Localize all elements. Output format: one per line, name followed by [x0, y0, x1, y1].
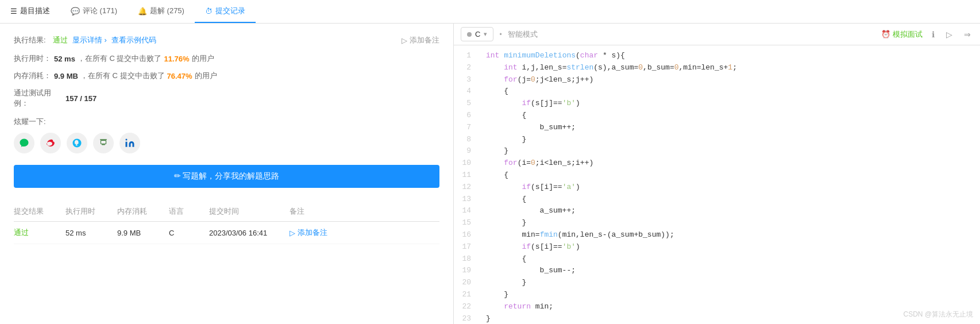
col-header-lang: 语言 — [169, 206, 209, 217]
submissions-icon: ⏱ — [205, 7, 213, 16]
col-header-memory: 内存消耗 — [117, 206, 169, 217]
main-content: 执行结果: 通过 显示详情 › 查看示例代码 ▷ 添加备注 执行用时： 52 m… — [0, 24, 980, 324]
toolbar-right: ⏰ 模拟面试 ℹ ▷ ⇒ — [881, 29, 973, 40]
row-result[interactable]: 通过 — [14, 227, 65, 238]
memory-value: 9.9 MB — [54, 72, 78, 80]
lang-dot — [467, 32, 472, 37]
add-note-icon-row: ▷ — [290, 229, 295, 237]
test-cases-value: 157 / 157 — [65, 94, 97, 103]
code-content: int minimumDeletions(char * s){ int i,j,… — [477, 45, 980, 324]
memory-percent: 76.47% — [167, 72, 192, 80]
memory-row: 内存消耗： 9.9 MB ，在所有 C 提交中击败了 76.47% 的用户 — [14, 71, 439, 81]
svg-point-3 — [126, 139, 128, 141]
language-label: C — [475, 30, 480, 38]
left-panel: 执行结果: 通过 显示详情 › 查看示例代码 ▷ 添加备注 执行用时： 52 m… — [0, 24, 454, 324]
exec-time-desc-suffix: 的用户 — [192, 53, 214, 64]
alarm-icon: ⏰ — [881, 30, 890, 38]
result-row: 执行结果: 通过 显示详情 › 查看示例代码 ▷ 添加备注 — [14, 35, 439, 45]
chevron-down-icon: ▾ — [484, 30, 487, 38]
separator: • — [499, 30, 501, 38]
tab-solutions[interactable]: 🔔 题解 (275) — [128, 0, 195, 23]
exec-time-value: 52 ms — [54, 55, 75, 63]
qq-icon[interactable] — [67, 133, 87, 153]
svg-rect-0 — [100, 139, 107, 140]
col-header-result: 提交结果 — [14, 206, 65, 217]
comments-icon: 💬 — [71, 7, 80, 16]
row-note[interactable]: ▷ 添加备注 — [290, 227, 439, 238]
line-numbers: 1234567891011121314151617181920212223 — [454, 45, 477, 324]
douban-icon[interactable] — [93, 133, 114, 153]
add-note-icon: ▷ — [402, 36, 407, 45]
exec-time-desc-prefix: ，在所有 C 提交中击败了 — [78, 53, 162, 64]
col-header-note: 备注 — [290, 206, 439, 217]
memory-desc-suffix: 的用户 — [195, 71, 217, 81]
linkedin-icon[interactable] — [119, 133, 140, 153]
svg-rect-2 — [102, 144, 105, 145]
result-label: 执行结果: — [14, 35, 48, 45]
test-cases-row: 通过测试用例： 157 / 157 — [14, 88, 439, 109]
tab-submissions[interactable]: ⏱ 提交记录 — [195, 0, 256, 23]
code-area[interactable]: 1234567891011121314151617181920212223 in… — [454, 45, 980, 324]
solutions-icon: 🔔 — [138, 7, 147, 16]
tab-comments[interactable]: 💬 评论 (171) — [60, 0, 128, 23]
exec-time-percent: 11.76% — [164, 55, 190, 63]
result-status: 通过 — [53, 35, 68, 45]
social-icons — [14, 133, 439, 153]
editor-toolbar: C ▾ • 智能模式 ⏰ 模拟面试 ℹ ▷ ⇒ — [454, 24, 980, 45]
language-selector[interactable]: C ▾ — [461, 27, 493, 41]
test-cases-label: 通过测试用例： — [14, 88, 65, 109]
info-icon[interactable]: ℹ — [929, 29, 937, 40]
write-solution-button[interactable]: ✏ 写题解，分享我的解题思路 — [14, 165, 439, 188]
smart-mode-label: 智能模式 — [508, 29, 538, 40]
memory-label: 内存消耗： — [14, 71, 54, 81]
tab-description[interactable]: ☰ 题目描述 — [0, 0, 60, 23]
row-time: 52 ms — [65, 229, 117, 237]
view-example-link[interactable]: 查看示例代码 — [111, 35, 156, 45]
row-memory: 9.9 MB — [117, 229, 169, 237]
row-date: 2023/03/06 16:41 — [209, 229, 290, 237]
submit-icon[interactable]: ⇒ — [962, 29, 973, 40]
add-note-button-top[interactable]: ▷ 添加备注 — [402, 35, 439, 45]
share-label: 炫耀一下: — [14, 117, 439, 127]
exec-time-row: 执行用时： 52 ms ，在所有 C 提交中击败了 11.76% 的用户 — [14, 53, 439, 64]
col-header-date: 提交时间 — [209, 206, 290, 217]
memory-desc-prefix: ，在所有 C 提交中击败了 — [80, 71, 165, 81]
tab-bar: ☰ 题目描述 💬 评论 (171) 🔔 题解 (275) ⏱ 提交记录 — [0, 0, 980, 24]
col-header-time: 执行用时 — [65, 206, 117, 217]
table-row: 通过 52 ms 9.9 MB C 2023/03/06 16:41 ▷ 添加备… — [14, 222, 439, 244]
run-icon[interactable]: ▷ — [944, 29, 955, 40]
weibo-icon[interactable] — [40, 133, 61, 153]
table-header: 提交结果 执行用时 内存消耗 语言 提交时间 备注 — [14, 202, 439, 222]
show-detail-link[interactable]: 显示详情 › — [72, 35, 107, 45]
row-lang: C — [169, 229, 209, 237]
description-icon: ☰ — [10, 7, 17, 16]
svg-rect-1 — [101, 141, 106, 144]
exec-time-label: 执行用时： — [14, 53, 54, 64]
wechat-icon[interactable] — [14, 133, 34, 153]
watermark: CSDN @算法永无止境 — [903, 310, 973, 319]
right-panel: C ▾ • 智能模式 ⏰ 模拟面试 ℹ ▷ ⇒ 1234567891011121… — [454, 24, 980, 324]
mock-interview-button[interactable]: ⏰ 模拟面试 — [881, 29, 923, 40]
